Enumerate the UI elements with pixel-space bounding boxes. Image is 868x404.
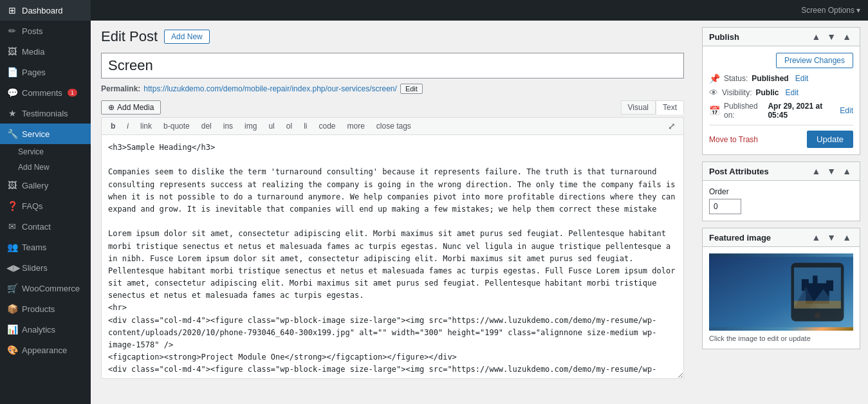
- move-to-trash-link[interactable]: Move to Trash: [709, 135, 758, 144]
- format-more[interactable]: more: [342, 120, 370, 132]
- sidebar-item-testimonials[interactable]: ★ Testimonials: [0, 103, 91, 124]
- post-attr-close[interactable]: ▲: [840, 166, 853, 176]
- post-title-input[interactable]: [101, 53, 684, 78]
- status-icon: 📌: [709, 73, 720, 84]
- top-bar: Screen Options ▾: [91, 0, 868, 21]
- sliders-icon: ◀▶: [6, 262, 18, 273]
- sidebar-item-woocommerce[interactable]: 🛒 WooCommerce: [0, 278, 91, 298]
- sidebar-sub-item-service[interactable]: Service: [0, 144, 91, 160]
- sidebar-item-label: Posts: [22, 26, 43, 36]
- pages-icon: 📄: [6, 67, 18, 77]
- published-on-label: Published on:: [724, 102, 764, 120]
- featured-img-close[interactable]: ▲: [840, 232, 853, 243]
- publish-header-controls: ▲ ▼ ▲: [809, 32, 853, 42]
- sidebar-sub-item-add-new[interactable]: Add New: [0, 160, 91, 175]
- format-code[interactable]: code: [313, 120, 340, 132]
- publish-actions: Move to Trash Update: [709, 125, 853, 148]
- sidebar-item-posts[interactable]: ✏ Posts: [0, 21, 91, 41]
- featured-img-up[interactable]: ▲: [809, 232, 822, 243]
- sidebar-item-label: Appearance: [22, 345, 67, 355]
- permalink-edit-button[interactable]: Edit: [400, 84, 423, 94]
- sidebar-item-faqs[interactable]: ❓ FAQs: [0, 196, 91, 216]
- sidebar-item-label: Service: [22, 129, 50, 139]
- sidebar-item-label: Media: [22, 47, 44, 57]
- sidebar-item-teams[interactable]: 👥 Teams: [0, 237, 91, 257]
- text-editor[interactable]: [101, 134, 684, 379]
- order-label: Order: [709, 187, 853, 196]
- text-tab[interactable]: Text: [656, 100, 684, 115]
- svg-rect-6: [813, 276, 817, 286]
- appearance-icon: 🎨: [6, 345, 18, 355]
- media-icon: 🖼: [6, 46, 18, 57]
- preview-changes-button[interactable]: Preview Changes: [776, 53, 853, 68]
- sidebar-sub-label: Add New: [18, 163, 50, 172]
- add-media-button[interactable]: ⊕ Add Media: [101, 100, 161, 115]
- sidebar-item-label: Contact: [22, 222, 51, 232]
- publish-title: Publish: [709, 32, 739, 42]
- sidebar-item-pages[interactable]: 📄 Pages: [0, 62, 91, 82]
- visual-tab[interactable]: Visual: [621, 100, 656, 115]
- format-ul[interactable]: ul: [263, 120, 279, 132]
- contact-icon: ✉: [6, 221, 18, 232]
- sidebar: ⊞ Dashboard ✏ Posts 🖼 Media 📄 Pages 💬 Co…: [0, 0, 91, 404]
- sidebar-item-sliders[interactable]: ◀▶ Sliders: [0, 257, 91, 278]
- visibility-edit-link[interactable]: Edit: [785, 88, 799, 97]
- sidebar-item-label: Dashboard: [22, 6, 63, 15]
- format-italic[interactable]: i: [122, 120, 134, 132]
- publish-collapse-up[interactable]: ▲: [809, 32, 822, 42]
- order-input[interactable]: [709, 199, 741, 214]
- sidebar-item-media[interactable]: 🖼 Media: [0, 41, 91, 62]
- sidebar-item-label: Comments: [22, 88, 62, 98]
- media-icon: ⊕: [108, 103, 115, 112]
- sidebar-item-label: FAQs: [22, 201, 43, 211]
- permalink-url[interactable]: https://luzukdemo.com/demo/mobile-repair…: [143, 84, 397, 93]
- sidebar-item-comments[interactable]: 💬 Comments 1: [0, 82, 91, 103]
- posts-icon: ✏: [6, 26, 18, 36]
- fullscreen-button[interactable]: ⤢: [664, 120, 679, 133]
- featured-image-title: Featured image: [709, 233, 771, 243]
- format-ins[interactable]: ins: [218, 120, 238, 132]
- sidebar-item-service[interactable]: 🔧 Service: [0, 124, 91, 144]
- format-close-tags[interactable]: close tags: [371, 120, 416, 132]
- teams-icon: 👥: [6, 242, 18, 252]
- post-attr-down[interactable]: ▼: [825, 166, 838, 176]
- post-attr-up[interactable]: ▲: [809, 166, 822, 176]
- publish-collapse-down[interactable]: ▼: [825, 32, 838, 42]
- sidebar-item-label: Testimonials: [22, 109, 68, 118]
- update-button[interactable]: Update: [807, 131, 853, 148]
- publish-preview-row: Preview Changes: [709, 53, 853, 68]
- format-bquote[interactable]: b-quote: [158, 120, 195, 132]
- format-bold[interactable]: b: [106, 120, 120, 132]
- faqs-icon: ❓: [6, 201, 18, 211]
- sidebar-item-label: Sliders: [22, 263, 48, 273]
- sidebar-item-appearance[interactable]: 🎨 Appearance: [0, 340, 91, 360]
- publish-visibility-row: 👁 Visibility: Public Edit: [709, 87, 853, 98]
- post-attributes-body: Order: [703, 181, 860, 221]
- sidebar-item-analytics[interactable]: 📊 Analytics: [0, 319, 91, 340]
- sidebar-item-dashboard[interactable]: ⊞ Dashboard: [0, 0, 91, 21]
- format-li[interactable]: li: [299, 120, 312, 132]
- featured-image-thumbnail[interactable]: [709, 253, 853, 331]
- sidebar-item-products[interactable]: 📦 Products: [0, 298, 91, 319]
- format-del[interactable]: del: [196, 120, 217, 132]
- published-on-edit-link[interactable]: Edit: [840, 106, 853, 115]
- permalink-label: Permalink:: [101, 84, 140, 93]
- format-link[interactable]: link: [135, 120, 157, 132]
- service-icon: 🔧: [6, 129, 18, 139]
- publish-close[interactable]: ▲: [840, 32, 853, 42]
- add-new-button[interactable]: Add New: [164, 30, 210, 44]
- sidebar-item-gallery[interactable]: 🖼 Gallery: [0, 175, 91, 196]
- sidebar-item-label: Teams: [22, 243, 46, 252]
- chevron-down-icon: ▾: [856, 6, 860, 15]
- permalink-row: Permalink: https://luzukdemo.com/demo/mo…: [101, 84, 684, 94]
- publish-date-row: 📅 Published on: Apr 29, 2021 at 05:45 Ed…: [709, 102, 853, 120]
- featured-image-body: Click the image to edit or update: [703, 247, 860, 349]
- woocommerce-icon: 🛒: [6, 283, 18, 293]
- featured-img-down[interactable]: ▼: [825, 232, 838, 243]
- format-img[interactable]: img: [239, 120, 262, 132]
- sidebar-item-contact[interactable]: ✉ Contact: [0, 216, 91, 237]
- format-ol[interactable]: ol: [281, 120, 297, 132]
- status-edit-link[interactable]: Edit: [795, 74, 809, 83]
- screen-options-button[interactable]: Screen Options ▾: [801, 6, 860, 15]
- visual-text-tabs: Visual Text: [621, 100, 684, 115]
